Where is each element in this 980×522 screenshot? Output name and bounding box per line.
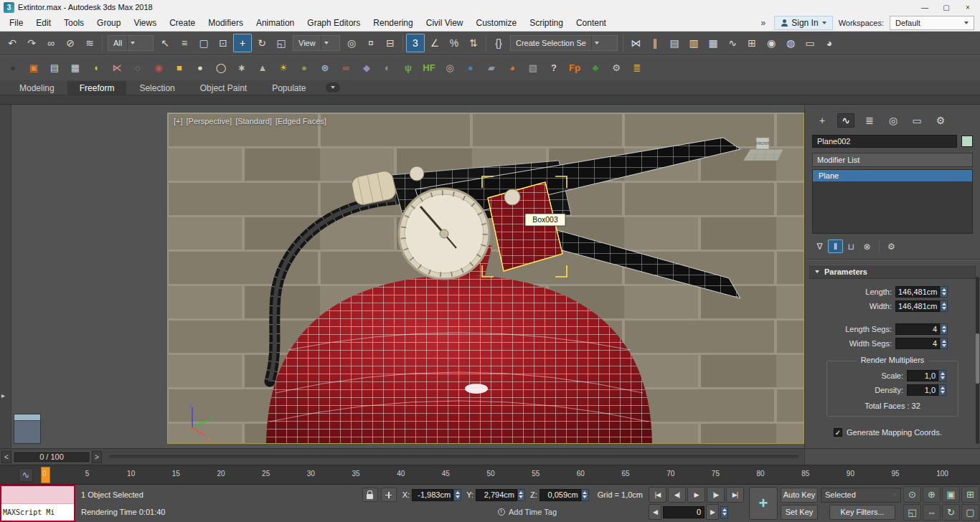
app-logo-icon[interactable]: 3 bbox=[4, 2, 14, 13]
twin-spheres-icon[interactable]: ◉ bbox=[149, 58, 169, 78]
remove-modifier-button[interactable]: ⊗ bbox=[859, 239, 875, 253]
select-and-link-icon[interactable]: ∞ bbox=[42, 34, 60, 52]
workspace-dropdown[interactable]: Default bbox=[890, 16, 974, 30]
next-frame-button[interactable]: |▶ bbox=[707, 487, 725, 503]
edit-named-selection-sets-icon[interactable]: {} bbox=[489, 34, 508, 52]
length-field[interactable]: 146,481cm bbox=[895, 286, 948, 298]
select-and-manipulate-icon[interactable]: ¤ bbox=[362, 34, 380, 52]
absolute-offset-toggle[interactable] bbox=[381, 488, 397, 502]
menu-civil-view[interactable]: Civil View bbox=[420, 16, 470, 30]
show-end-result-button[interactable]: ‖ bbox=[828, 239, 843, 253]
menu-customize[interactable]: Customize bbox=[470, 16, 524, 30]
parameter-value[interactable]: 146,481cm bbox=[895, 286, 940, 298]
scale-field[interactable]: 1,0 bbox=[907, 370, 946, 381]
close-button[interactable]: × bbox=[957, 1, 979, 14]
angle-snap-icon[interactable]: ∠ bbox=[425, 34, 444, 52]
maximize-button[interactable]: ▢ bbox=[936, 1, 957, 14]
auto-key-button[interactable]: Auto Key bbox=[781, 488, 818, 503]
time-slider-handle[interactable]: 0 / 100 bbox=[13, 451, 90, 463]
length-segs-field[interactable]: 4 bbox=[895, 323, 948, 335]
scrollbar-thumb[interactable] bbox=[976, 333, 979, 384]
dropdown-arrow-button[interactable] bbox=[591, 36, 602, 50]
track-bar[interactable]: ∿ 05101520253035404550556065707580859095… bbox=[0, 465, 980, 485]
current-frame-field[interactable]: 0 bbox=[663, 506, 705, 518]
capsule-icon[interactable]: ◯ bbox=[211, 58, 231, 78]
time-slider-next-button[interactable]: > bbox=[92, 451, 102, 463]
toggle-layer-explorer-icon[interactable]: ▥ bbox=[684, 34, 703, 52]
x-coordinate-field[interactable]: -1,983cm bbox=[412, 489, 461, 501]
parameter-value[interactable]: 4 bbox=[895, 338, 940, 349]
blue-sphere-icon[interactable]: ● bbox=[461, 58, 481, 78]
hierarchy-tab[interactable]: ≣ bbox=[861, 113, 878, 128]
menu-group[interactable]: Group bbox=[90, 16, 127, 30]
go-to-end-button[interactable]: ▶| bbox=[726, 487, 744, 503]
width-segs-field[interactable]: 4 bbox=[895, 338, 948, 349]
spreadsheet-icon[interactable]: ▤ bbox=[44, 58, 65, 78]
data-table-icon[interactable]: ▦ bbox=[65, 58, 85, 78]
perspective-viewport[interactable]: Box003 FRONT z y bbox=[167, 113, 804, 444]
toggle-ribbon-icon[interactable]: ▦ bbox=[704, 34, 722, 52]
snowflake-icon[interactable]: ⊛ bbox=[315, 58, 335, 78]
density-field[interactable]: 1,0 bbox=[907, 384, 946, 396]
legend-list-icon[interactable]: ≣ bbox=[627, 58, 647, 78]
snaps-toggle-3d-icon[interactable]: 3 bbox=[406, 34, 425, 52]
crystal-icon[interactable]: ◆ bbox=[357, 58, 377, 78]
menu-rendering[interactable]: Rendering bbox=[367, 16, 419, 30]
motion-tab[interactable]: ◎ bbox=[885, 113, 902, 128]
menu-create[interactable]: Create bbox=[163, 16, 202, 30]
previous-frame-button[interactable]: ◀| bbox=[668, 487, 686, 503]
parameter-value[interactable]: 1,0 bbox=[907, 384, 938, 396]
rendered-frame-window-icon[interactable]: ▭ bbox=[801, 34, 819, 52]
unlink-selection-icon[interactable]: ⊘ bbox=[61, 34, 80, 52]
lamp-icon[interactable]: ◖ bbox=[86, 58, 106, 78]
ribbon-display-toggle[interactable] bbox=[326, 82, 340, 92]
curve-editor-icon[interactable]: ∿ bbox=[723, 34, 742, 52]
key-filters-button[interactable]: Key Filters... bbox=[829, 505, 895, 520]
maximize-viewport-button[interactable]: ▢ bbox=[961, 504, 979, 521]
rounded-square-icon[interactable]: ■ bbox=[169, 58, 189, 78]
planet-icon[interactable]: ◐ bbox=[377, 58, 397, 78]
sun-icon[interactable]: ☀ bbox=[273, 58, 293, 78]
toolbar-overflow-chevron[interactable]: » bbox=[758, 18, 769, 28]
viewport-render-preset-menu[interactable]: [Standard] bbox=[235, 117, 272, 125]
reference-coordinate-system-dropdown[interactable]: View bbox=[293, 35, 340, 51]
expand-panel-arrow[interactable]: ▸ bbox=[1, 392, 5, 399]
modifier-stack-item[interactable]: Plane bbox=[813, 170, 972, 181]
object-name-field[interactable]: Plane002 bbox=[812, 135, 957, 148]
spinner-snap-icon[interactable]: ⇅ bbox=[464, 34, 483, 52]
selection-lock-toggle[interactable] bbox=[362, 488, 378, 502]
hf-badge-icon[interactable]: HF bbox=[419, 58, 439, 78]
maxscript-mini-listener[interactable]: MAXScript Mi bbox=[0, 485, 75, 522]
spiral-icon[interactable]: ◌ bbox=[128, 58, 148, 78]
viewport-canvas[interactable]: Box003 FRONT z y bbox=[168, 113, 804, 443]
undo-icon[interactable]: ↶ bbox=[3, 34, 22, 52]
menu-animation[interactable]: Animation bbox=[250, 16, 301, 30]
set-key-button[interactable]: Set Key bbox=[781, 505, 818, 520]
mini-curve-editor-toggle[interactable]: ∿ bbox=[19, 468, 33, 482]
menu-scripting[interactable]: Scripting bbox=[523, 16, 570, 30]
add-time-tag-button[interactable]: Add Time Tag bbox=[498, 508, 557, 516]
render-frame-icon[interactable]: ▣ bbox=[24, 58, 44, 78]
z-coordinate-field[interactable]: 0,059cm bbox=[540, 489, 589, 501]
pan-button[interactable]: ⇔ bbox=[923, 504, 941, 521]
viewport-shading-menu[interactable]: [Edged Faces] bbox=[275, 117, 326, 125]
tab-populate[interactable]: Populate bbox=[260, 81, 318, 95]
key-mode-dropdown[interactable]: Selected bbox=[821, 488, 901, 503]
viewport-pov-menu[interactable]: [Perspective] bbox=[187, 117, 232, 125]
select-and-move-icon[interactable]: + bbox=[233, 34, 252, 52]
parameter-value[interactable]: 146,481cm bbox=[895, 300, 940, 312]
generate-mapping-checkbox[interactable]: ✓ bbox=[834, 428, 842, 437]
y-coordinate-field[interactable]: 2,794cm bbox=[476, 489, 525, 501]
environment-sphere-icon[interactable]: ● bbox=[3, 58, 23, 78]
material-editor-icon[interactable]: ◉ bbox=[762, 34, 781, 52]
menu-modifiers[interactable]: Modifiers bbox=[202, 16, 250, 30]
cone-icon[interactable]: ▲ bbox=[253, 58, 273, 78]
grass-icon[interactable]: ψ bbox=[398, 58, 418, 78]
create-tab[interactable]: + bbox=[814, 113, 831, 128]
modifier-list-dropdown[interactable]: Modifier List bbox=[812, 153, 973, 167]
set-keys-button[interactable]: + bbox=[749, 487, 778, 520]
camera-body-icon[interactable]: ▰ bbox=[481, 58, 501, 78]
tab-selection[interactable]: Selection bbox=[127, 81, 187, 95]
dropdown-arrow-button[interactable] bbox=[127, 36, 138, 50]
tab-object-paint[interactable]: Object Paint bbox=[188, 81, 259, 95]
